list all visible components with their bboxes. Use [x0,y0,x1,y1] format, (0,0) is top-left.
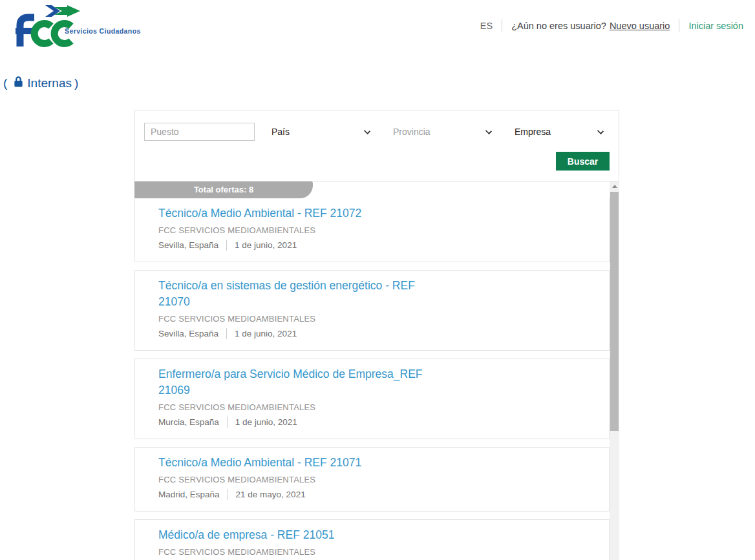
internas-link[interactable]: Internas [27,76,72,90]
job-title-link[interactable]: Enfermero/a para Servicio Médico de Empr… [158,366,446,399]
job-meta: Murcia, España 1 de junio, 2021 [158,417,596,428]
chevron-down-icon [485,128,492,134]
search-filter-card: País Provincia Empresa Buscar [134,110,619,181]
language-selector[interactable]: ES [480,21,493,31]
pais-select-value: País [271,127,290,137]
paren-close: ) [74,76,78,90]
logo-tagline: Servicios Ciudadanos [65,27,141,35]
pais-select[interactable]: País [266,123,376,141]
job-date: 21 de mayo, 2021 [236,490,306,499]
scroll-up-button[interactable] [610,181,619,191]
job-listing: Técnico/a Medio Ambiental - REF 21072 FC… [134,198,610,262]
new-user-link[interactable]: Nuevo usuario [610,21,670,31]
job-listing: Técnico/a Medio Ambiental - REF 21071 FC… [134,447,610,512]
top-bar: Servicios Ciudadanos ES ¿Aún no eres usu… [0,0,755,52]
empresa-select[interactable]: Empresa [509,123,610,141]
button-row: Buscar [144,152,610,171]
scrollbar-track[interactable] [610,181,619,560]
job-date: 1 de junio, 2021 [235,240,297,250]
job-title-link[interactable]: Médico/a de empresa - REF 21051 [158,527,446,543]
utility-nav: ES ¿Aún no eres usuario? Nuevo usuario I… [480,19,743,32]
job-company: FCC SERVICIOS MEDIOAMBIENTALES [158,314,596,324]
divider [502,19,502,32]
job-meta: Sevilla, España 1 de junio, 2021 [158,328,596,339]
job-location: Sevilla, España [158,240,218,250]
job-date: 1 de junio, 2021 [235,329,297,338]
puesto-input[interactable] [144,123,255,141]
job-listing: Técnico/a en sistemas de gestión energét… [134,270,610,351]
lock-icon [14,76,23,91]
paren-open: ( [3,76,7,90]
chevron-down-icon [364,128,370,134]
job-company: FCC SERVICIOS MEDIOAMBIENTALES [158,225,596,235]
chevron-down-icon [597,128,604,134]
job-listing: Enfermero/a para Servicio Médico de Empr… [134,358,610,439]
internas-breadcrumb: ( Internas ) [3,76,78,91]
provincia-select-value: Provincia [393,127,431,137]
results-list: Total ofertas: 8 Técnico/a Medio Ambient… [134,181,619,560]
divider [679,19,679,32]
job-location: Sevilla, España [158,329,218,338]
divider [227,417,228,428]
signup-prompt: ¿Aún no eres usuario? [511,21,606,31]
offers-panel: País Provincia Empresa Buscar Total ofer… [134,110,619,560]
job-title-link[interactable]: Técnico/a Medio Ambiental - REF 21071 [158,455,446,471]
job-date: 1 de junio, 2021 [235,417,297,427]
divider [228,489,228,500]
job-title-link[interactable]: Técnico/a en sistemas de gestión energét… [158,278,446,310]
login-link[interactable]: Iniciar sesión [688,21,743,31]
divider [226,240,227,251]
job-listing: Médico/a de empresa - REF 21051 FCC SERV… [134,519,610,560]
fcc-logo[interactable]: Servicios Ciudadanos [13,4,149,50]
filter-row: País Provincia Empresa [144,123,610,141]
arrow-up-icon [612,185,617,188]
divider [226,328,227,339]
job-company: FCC SERVICIOS MEDIOAMBIENTALES [158,402,596,412]
job-company: FCC SERVICIOS MEDIOAMBIENTALES [158,475,596,484]
job-meta: Madrid, España 21 de mayo, 2021 [158,489,596,500]
job-title-link[interactable]: Técnico/a Medio Ambiental - REF 21072 [158,205,446,222]
buscar-button[interactable]: Buscar [556,152,610,171]
provincia-select[interactable]: Provincia [387,123,498,141]
scrollbar-thumb[interactable] [610,192,619,431]
job-meta: Sevilla, España 1 de junio, 2021 [158,240,596,251]
empresa-select-value: Empresa [515,127,551,137]
job-location: Madrid, España [158,490,220,499]
job-company: FCC SERVICIOS MEDIOAMBIENTALES [158,547,596,557]
total-offers-badge: Total ofertas: 8 [134,181,313,198]
job-cards: Técnico/a Medio Ambiental - REF 21072 FC… [134,198,610,560]
job-location: Murcia, España [158,417,219,427]
